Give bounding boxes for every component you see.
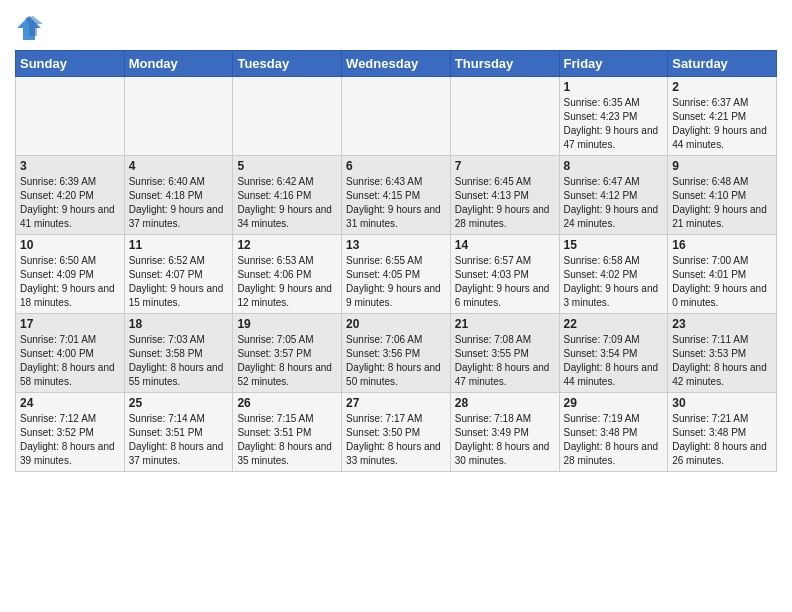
day-number: 20	[346, 317, 446, 331]
day-info: Sunrise: 6:42 AM Sunset: 4:16 PM Dayligh…	[237, 175, 337, 231]
day-cell: 30Sunrise: 7:21 AM Sunset: 3:48 PM Dayli…	[668, 393, 777, 472]
day-info: Sunrise: 7:12 AM Sunset: 3:52 PM Dayligh…	[20, 412, 120, 468]
col-header-wednesday: Wednesday	[342, 51, 451, 77]
week-row-5: 24Sunrise: 7:12 AM Sunset: 3:52 PM Dayli…	[16, 393, 777, 472]
calendar-table: SundayMondayTuesdayWednesdayThursdayFrid…	[15, 50, 777, 472]
day-number: 9	[672, 159, 772, 173]
day-cell: 19Sunrise: 7:05 AM Sunset: 3:57 PM Dayli…	[233, 314, 342, 393]
day-cell: 29Sunrise: 7:19 AM Sunset: 3:48 PM Dayli…	[559, 393, 668, 472]
day-info: Sunrise: 6:53 AM Sunset: 4:06 PM Dayligh…	[237, 254, 337, 310]
day-cell	[342, 77, 451, 156]
day-info: Sunrise: 6:43 AM Sunset: 4:15 PM Dayligh…	[346, 175, 446, 231]
day-cell: 21Sunrise: 7:08 AM Sunset: 3:55 PM Dayli…	[450, 314, 559, 393]
week-row-1: 1Sunrise: 6:35 AM Sunset: 4:23 PM Daylig…	[16, 77, 777, 156]
day-cell: 7Sunrise: 6:45 AM Sunset: 4:13 PM Daylig…	[450, 156, 559, 235]
day-number: 12	[237, 238, 337, 252]
day-cell: 5Sunrise: 6:42 AM Sunset: 4:16 PM Daylig…	[233, 156, 342, 235]
week-row-3: 10Sunrise: 6:50 AM Sunset: 4:09 PM Dayli…	[16, 235, 777, 314]
logo-icon	[15, 14, 43, 42]
day-info: Sunrise: 7:19 AM Sunset: 3:48 PM Dayligh…	[564, 412, 664, 468]
day-cell	[16, 77, 125, 156]
day-number: 11	[129, 238, 229, 252]
day-info: Sunrise: 7:08 AM Sunset: 3:55 PM Dayligh…	[455, 333, 555, 389]
day-cell	[233, 77, 342, 156]
day-number: 1	[564, 80, 664, 94]
day-info: Sunrise: 7:18 AM Sunset: 3:49 PM Dayligh…	[455, 412, 555, 468]
day-cell: 22Sunrise: 7:09 AM Sunset: 3:54 PM Dayli…	[559, 314, 668, 393]
day-number: 18	[129, 317, 229, 331]
day-cell: 27Sunrise: 7:17 AM Sunset: 3:50 PM Dayli…	[342, 393, 451, 472]
day-info: Sunrise: 6:35 AM Sunset: 4:23 PM Dayligh…	[564, 96, 664, 152]
day-number: 22	[564, 317, 664, 331]
day-cell: 20Sunrise: 7:06 AM Sunset: 3:56 PM Dayli…	[342, 314, 451, 393]
day-cell: 4Sunrise: 6:40 AM Sunset: 4:18 PM Daylig…	[124, 156, 233, 235]
day-cell: 6Sunrise: 6:43 AM Sunset: 4:15 PM Daylig…	[342, 156, 451, 235]
col-header-friday: Friday	[559, 51, 668, 77]
day-info: Sunrise: 7:01 AM Sunset: 4:00 PM Dayligh…	[20, 333, 120, 389]
day-cell: 10Sunrise: 6:50 AM Sunset: 4:09 PM Dayli…	[16, 235, 125, 314]
day-number: 5	[237, 159, 337, 173]
day-cell: 3Sunrise: 6:39 AM Sunset: 4:20 PM Daylig…	[16, 156, 125, 235]
week-row-4: 17Sunrise: 7:01 AM Sunset: 4:00 PM Dayli…	[16, 314, 777, 393]
day-cell: 11Sunrise: 6:52 AM Sunset: 4:07 PM Dayli…	[124, 235, 233, 314]
day-number: 23	[672, 317, 772, 331]
day-cell: 8Sunrise: 6:47 AM Sunset: 4:12 PM Daylig…	[559, 156, 668, 235]
day-cell: 2Sunrise: 6:37 AM Sunset: 4:21 PM Daylig…	[668, 77, 777, 156]
week-row-2: 3Sunrise: 6:39 AM Sunset: 4:20 PM Daylig…	[16, 156, 777, 235]
day-number: 14	[455, 238, 555, 252]
day-info: Sunrise: 6:37 AM Sunset: 4:21 PM Dayligh…	[672, 96, 772, 152]
day-info: Sunrise: 7:14 AM Sunset: 3:51 PM Dayligh…	[129, 412, 229, 468]
day-info: Sunrise: 6:45 AM Sunset: 4:13 PM Dayligh…	[455, 175, 555, 231]
day-number: 4	[129, 159, 229, 173]
col-header-sunday: Sunday	[16, 51, 125, 77]
day-info: Sunrise: 6:48 AM Sunset: 4:10 PM Dayligh…	[672, 175, 772, 231]
day-number: 13	[346, 238, 446, 252]
day-number: 21	[455, 317, 555, 331]
day-number: 17	[20, 317, 120, 331]
day-number: 28	[455, 396, 555, 410]
day-cell	[450, 77, 559, 156]
day-cell: 14Sunrise: 6:57 AM Sunset: 4:03 PM Dayli…	[450, 235, 559, 314]
day-cell: 23Sunrise: 7:11 AM Sunset: 3:53 PM Dayli…	[668, 314, 777, 393]
day-cell: 13Sunrise: 6:55 AM Sunset: 4:05 PM Dayli…	[342, 235, 451, 314]
day-info: Sunrise: 7:15 AM Sunset: 3:51 PM Dayligh…	[237, 412, 337, 468]
day-cell: 17Sunrise: 7:01 AM Sunset: 4:00 PM Dayli…	[16, 314, 125, 393]
day-number: 6	[346, 159, 446, 173]
day-number: 2	[672, 80, 772, 94]
day-number: 3	[20, 159, 120, 173]
day-number: 27	[346, 396, 446, 410]
day-number: 7	[455, 159, 555, 173]
col-header-saturday: Saturday	[668, 51, 777, 77]
day-info: Sunrise: 7:21 AM Sunset: 3:48 PM Dayligh…	[672, 412, 772, 468]
day-cell: 1Sunrise: 6:35 AM Sunset: 4:23 PM Daylig…	[559, 77, 668, 156]
day-cell	[124, 77, 233, 156]
day-cell: 12Sunrise: 6:53 AM Sunset: 4:06 PM Dayli…	[233, 235, 342, 314]
day-info: Sunrise: 6:50 AM Sunset: 4:09 PM Dayligh…	[20, 254, 120, 310]
day-info: Sunrise: 7:03 AM Sunset: 3:58 PM Dayligh…	[129, 333, 229, 389]
day-info: Sunrise: 7:05 AM Sunset: 3:57 PM Dayligh…	[237, 333, 337, 389]
header-row: SundayMondayTuesdayWednesdayThursdayFrid…	[16, 51, 777, 77]
day-number: 16	[672, 238, 772, 252]
day-info: Sunrise: 7:11 AM Sunset: 3:53 PM Dayligh…	[672, 333, 772, 389]
day-number: 24	[20, 396, 120, 410]
day-cell: 18Sunrise: 7:03 AM Sunset: 3:58 PM Dayli…	[124, 314, 233, 393]
day-cell: 28Sunrise: 7:18 AM Sunset: 3:49 PM Dayli…	[450, 393, 559, 472]
day-number: 19	[237, 317, 337, 331]
col-header-monday: Monday	[124, 51, 233, 77]
col-header-tuesday: Tuesday	[233, 51, 342, 77]
day-info: Sunrise: 7:06 AM Sunset: 3:56 PM Dayligh…	[346, 333, 446, 389]
day-number: 15	[564, 238, 664, 252]
day-number: 30	[672, 396, 772, 410]
day-cell: 26Sunrise: 7:15 AM Sunset: 3:51 PM Dayli…	[233, 393, 342, 472]
day-number: 10	[20, 238, 120, 252]
day-info: Sunrise: 6:52 AM Sunset: 4:07 PM Dayligh…	[129, 254, 229, 310]
day-info: Sunrise: 6:58 AM Sunset: 4:02 PM Dayligh…	[564, 254, 664, 310]
day-info: Sunrise: 7:09 AM Sunset: 3:54 PM Dayligh…	[564, 333, 664, 389]
col-header-thursday: Thursday	[450, 51, 559, 77]
day-number: 25	[129, 396, 229, 410]
day-info: Sunrise: 7:17 AM Sunset: 3:50 PM Dayligh…	[346, 412, 446, 468]
day-info: Sunrise: 6:57 AM Sunset: 4:03 PM Dayligh…	[455, 254, 555, 310]
day-number: 29	[564, 396, 664, 410]
day-cell: 9Sunrise: 6:48 AM Sunset: 4:10 PM Daylig…	[668, 156, 777, 235]
day-info: Sunrise: 7:00 AM Sunset: 4:01 PM Dayligh…	[672, 254, 772, 310]
